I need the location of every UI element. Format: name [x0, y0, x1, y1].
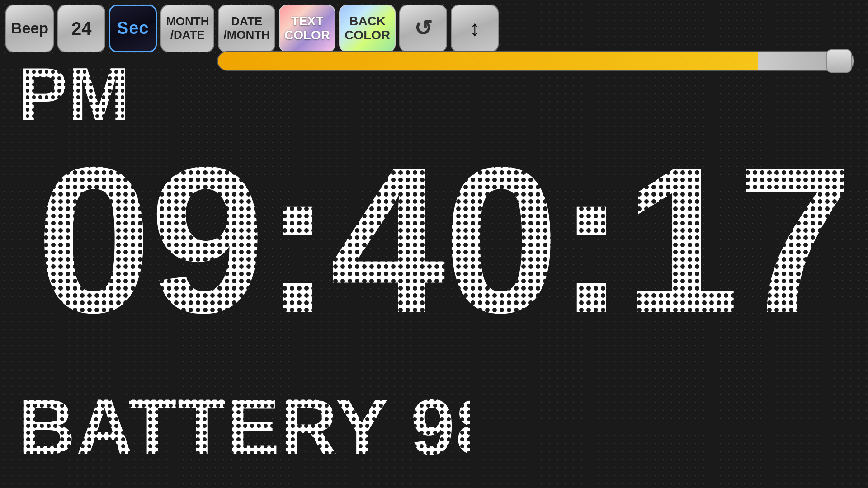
- slider-thumb[interactable]: [826, 49, 852, 73]
- format-24-button[interactable]: 24: [57, 5, 105, 52]
- month-date-button[interactable]: MONTH /DATE: [160, 5, 214, 52]
- slider-track: [217, 51, 854, 71]
- sec-button[interactable]: Sec: [109, 5, 157, 52]
- svg-rect-11: [18, 375, 470, 465]
- battery-display: BATTERY 98%: [18, 375, 470, 465]
- clock-display: 09:40:17: [14, 104, 854, 330]
- beep-button[interactable]: Beep: [5, 5, 54, 52]
- svg-rect-7: [14, 104, 854, 330]
- brightness-slider-area: [217, 45, 854, 77]
